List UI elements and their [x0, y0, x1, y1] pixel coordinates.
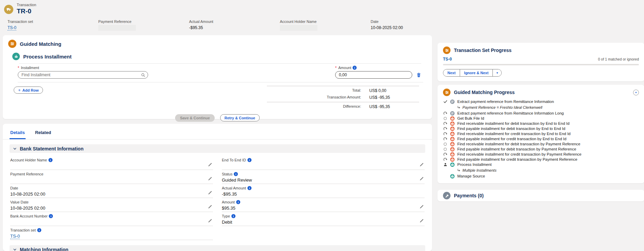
search-icon — [141, 72, 145, 79]
record-title: TR-0 — [17, 8, 36, 15]
field-row-date: Date 10-08-2025 02:00 — [10, 184, 213, 198]
empty-value-placeholder — [280, 25, 317, 31]
transaction-set-progress-card: Transaction Set Progress TS-0 0 of 1 mat… — [438, 43, 644, 81]
installment-search-input[interactable] — [18, 71, 148, 79]
installment-label: *Installment — [18, 66, 148, 70]
skipped-arrow-icon — [443, 127, 447, 131]
info-icon[interactable]: i — [247, 158, 252, 162]
field-row-payment-reference: Payment Reference — [10, 170, 213, 184]
chevron-down-icon — [13, 248, 17, 251]
return-arrow-icon — [457, 104, 461, 110]
edit-pencil-icon[interactable] — [208, 190, 212, 196]
retry-continue-button[interactable]: Retry & Continue — [220, 114, 260, 121]
divider — [19, 63, 421, 64]
next-button[interactable]: Next — [443, 69, 460, 76]
bank-statement-section-header[interactable]: Bank Statement Information — [10, 144, 425, 153]
tab-related[interactable]: Related — [34, 128, 52, 139]
guided-matching-progress-title: Guided Matching Progress — [454, 90, 515, 95]
field-row-value-date: Value Date 10-08-2025 02:00 — [10, 198, 213, 212]
field-date: Date 10-08-2025 02:00 — [371, 19, 461, 31]
skipped-arrow-icon — [443, 111, 447, 115]
info-icon[interactable]: i — [37, 228, 41, 232]
empty-value-placeholder — [98, 25, 136, 31]
bot-icon — [450, 142, 455, 146]
remittance-extract-icon — [450, 100, 455, 104]
info-icon[interactable]: i — [234, 172, 238, 176]
info-icon[interactable]: i — [231, 214, 235, 218]
field-actual-amount: Actual Amount -$95.35 — [189, 19, 280, 31]
process-installment-title: Process Installment — [23, 54, 72, 60]
payments-title: Payments (0) — [454, 193, 484, 198]
progress-step: Extract payment reference from Remittanc… — [443, 111, 639, 116]
save-continue-button[interactable]: Save & Continue — [175, 114, 214, 122]
transaction-set-link[interactable]: TS-0 — [10, 234, 20, 239]
transaction-set-link[interactable]: TS-0 — [443, 57, 452, 62]
field-payment-reference: Payment Reference — [98, 19, 189, 31]
bot-icon — [450, 157, 455, 162]
return-arrow-icon — [457, 167, 461, 173]
object-label: Transaction — [17, 3, 36, 7]
info-icon[interactable]: i — [247, 186, 252, 190]
field-row-end-to-end-id: End To End IDi — [222, 156, 425, 170]
more-actions-dropdown[interactable]: ▼ — [492, 69, 501, 76]
guided-matching-progress-card: Guided Matching Progress ▼ Extract payme… — [438, 85, 644, 183]
info-icon[interactable]: i — [236, 200, 240, 204]
progress-step: Find payable installment for credit tran… — [443, 157, 639, 162]
edit-pencil-icon[interactable] — [208, 176, 212, 182]
triangle-down-icon: ▼ — [635, 91, 637, 94]
progress-step: Find receivable installment for credit t… — [443, 131, 639, 136]
field-row-actual-amount: Actual Amounti -$95.35 — [222, 184, 425, 198]
transaction-set-link[interactable]: TS-0 — [8, 25, 16, 30]
info-icon[interactable]: i — [48, 158, 53, 162]
record-detail-card: Details Related Bank Statement Informati… — [3, 124, 432, 251]
pending-circle-icon — [443, 117, 447, 120]
guided-matching-icon — [8, 40, 16, 48]
done-check-icon — [443, 100, 447, 104]
edit-pencil-icon[interactable] — [419, 176, 424, 182]
progress-step: Get Bulk File Id — [443, 116, 639, 121]
edit-pencil-icon[interactable] — [208, 204, 212, 210]
next-button-group: Next Ignore & Next ▼ — [443, 69, 502, 77]
bot-icon — [450, 116, 455, 121]
field-row-amount: Amounti $95.35 — [222, 198, 425, 212]
add-row-button[interactable]: + Add Row — [14, 87, 43, 94]
delete-row-button[interactable] — [416, 72, 422, 79]
tab-details[interactable]: Details — [10, 128, 26, 139]
payments-icon — [443, 192, 450, 199]
info-icon[interactable]: i — [49, 214, 53, 218]
remittance-extract-icon — [450, 111, 455, 116]
progress-step-note: Multiple Installments — [457, 167, 639, 173]
totals-summary: Total: US$ 0,00 Transaction Amount: US$ … — [267, 86, 419, 110]
total-label: Total: — [267, 88, 369, 93]
edit-pencil-icon[interactable] — [419, 162, 424, 168]
field-row-transaction-set: Transaction seti TS-0 — [10, 226, 213, 240]
edit-pencil-icon[interactable] — [419, 204, 424, 210]
collapse-section-button[interactable]: ▼ — [633, 90, 639, 95]
transaction-set-progress-icon — [443, 47, 450, 54]
bot-icon — [450, 162, 455, 167]
ignore-and-next-button[interactable]: Ignore & Next — [460, 69, 493, 76]
plus-icon: + — [18, 88, 21, 93]
guided-matching-card: Guided Matching Process Installment *Ins… — [3, 35, 432, 119]
edit-pencil-icon[interactable] — [208, 219, 212, 224]
progress-step: Find payable installment for debit trans… — [443, 147, 639, 152]
amount-label: *Amount i — [335, 66, 412, 70]
transaction-amount-label: Transaction Amount: — [267, 95, 369, 100]
amount-input[interactable] — [335, 71, 412, 79]
progress-step: Process Installment — [443, 162, 639, 167]
edit-pencil-icon[interactable] — [208, 162, 212, 168]
bot-icon — [450, 121, 455, 126]
record-tabs: Details Related — [3, 128, 432, 140]
edit-pencil-icon[interactable] — [419, 219, 424, 224]
manual-user-icon — [443, 162, 447, 167]
matching-information-section-header[interactable]: Matching Information — [10, 245, 425, 251]
installment-row: *Installment *Amount i — [18, 66, 423, 82]
payments-card[interactable]: Payments (0) — [438, 190, 644, 201]
bot-icon — [450, 152, 455, 157]
matched-count-text: 0 of 1 matched or ignored — [598, 57, 639, 61]
difference-label: Difference: — [267, 104, 369, 109]
info-icon[interactable]: i — [353, 66, 357, 70]
total-value: US$ 0,00 — [369, 88, 386, 93]
bot-icon — [450, 127, 455, 131]
bot-icon — [450, 137, 455, 141]
